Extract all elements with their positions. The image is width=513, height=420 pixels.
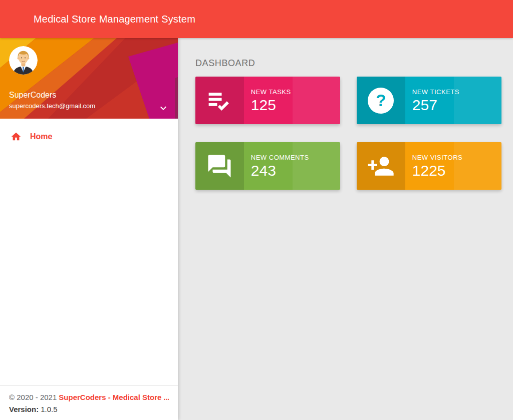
sidebar-nav: Home [0, 119, 178, 385]
stat-card-new-comments[interactable]: NEW COMMENTS 243 [195, 142, 340, 190]
sidebar-item-label: Home [30, 132, 52, 141]
version-line: Version:1.0.5 [9, 405, 169, 413]
version-value: 1.0.5 [41, 405, 57, 413]
card-value: 257 [412, 97, 501, 113]
app-header: Medical Store Management System [0, 0, 513, 38]
page-title: DASHBOARD [195, 58, 501, 69]
card-label: NEW VISITORS [412, 154, 501, 161]
profile-name: SuperCoders [9, 91, 56, 100]
chevron-down-icon[interactable] [157, 102, 170, 115]
profile-panel: SuperCoders supercoders.tech@gmail.com [0, 38, 178, 119]
person-add-icon [357, 142, 405, 190]
playlist-check-icon [195, 77, 244, 124]
main-content: DASHBOARD NEW TASKS 125 [178, 38, 513, 420]
card-value: 125 [251, 97, 340, 113]
copyright-line: © 2020 - 2021SuperCoders - Medical Store… [9, 393, 169, 401]
card-label: NEW COMMENTS [251, 154, 340, 161]
avatar [9, 46, 38, 75]
stat-card-new-tasks[interactable]: NEW TASKS 125 [195, 77, 340, 124]
card-label: NEW TASKS [251, 88, 340, 96]
app-title: Medical Store Management System [0, 14, 195, 25]
card-label: NEW TICKETS [412, 88, 501, 96]
question-mark-icon: ? [357, 77, 405, 124]
card-value: 243 [251, 163, 340, 179]
sidebar: SuperCoders supercoders.tech@gmail.com H… [0, 38, 178, 420]
stat-card-new-visitors[interactable]: NEW VISITORS 1225 [357, 142, 501, 190]
version-label: Version: [9, 405, 39, 413]
stat-cards-grid: NEW TASKS 125 ? NEW TICKETS 257 [195, 77, 501, 190]
sidebar-footer: © 2020 - 2021SuperCoders - Medical Store… [0, 385, 178, 420]
footer-brand-link[interactable]: SuperCoders - Medical Store ... [59, 393, 169, 401]
sidebar-item-home[interactable]: Home [0, 126, 178, 148]
comments-icon [195, 142, 244, 190]
profile-email: supercoders.tech@gmail.com [9, 102, 95, 110]
copyright-text: © 2020 - 2021 [9, 393, 57, 401]
card-value: 1225 [412, 163, 501, 179]
stat-card-new-tickets[interactable]: ? NEW TICKETS 257 [357, 77, 501, 124]
home-icon [11, 131, 22, 142]
